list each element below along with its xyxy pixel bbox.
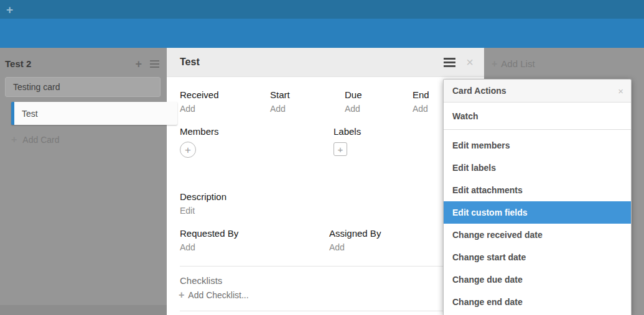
add-card-label: Add Card <box>22 135 59 145</box>
end-field: End Add <box>413 89 429 114</box>
card-title: Testing card <box>13 82 60 92</box>
requested-by-label: Requested By <box>180 228 329 239</box>
card-detail-panel: Test × Received Add Start Add Due Add En… <box>167 48 484 315</box>
list-add-card-icon[interactable]: + <box>135 58 142 70</box>
plus-icon: + <box>6 3 13 16</box>
due-field: Due Add <box>345 89 413 114</box>
card-actions-menu-list: Edit members Edit labels Edit attachment… <box>444 130 631 313</box>
card-detail-menu-icon[interactable] <box>444 56 455 69</box>
card-actions-popup: Card Actions × Watch Edit members Edit l… <box>443 79 632 315</box>
menu-item-watch[interactable]: Watch <box>444 103 631 130</box>
members-field: Members + <box>180 126 334 158</box>
assigned-by-add-link[interactable]: Add <box>329 242 345 252</box>
menu-item-edit-attachments[interactable]: Edit attachments <box>444 179 631 201</box>
app-screen: + + Add List Test 2 + Testing card Test … <box>0 0 644 315</box>
plus-icon: + <box>492 59 497 69</box>
labels-label: Labels <box>334 126 361 137</box>
add-member-button[interactable]: + <box>180 142 196 158</box>
card-detail-header: Test × <box>167 48 484 77</box>
add-card-button[interactable]: + Add Card <box>11 135 167 145</box>
assigned-by-field: Assigned By Add <box>329 228 381 252</box>
description-field: Description Edit <box>180 191 226 216</box>
requested-by-add-link[interactable]: Add <box>180 242 195 252</box>
menu-item-edit-custom-fields[interactable]: Edit custom fields <box>444 201 631 224</box>
plus-icon: + <box>338 145 343 154</box>
list-menu-icon[interactable] <box>150 58 159 70</box>
start-field: Start Add <box>270 89 345 114</box>
members-labels-row: Members + Labels + <box>180 126 361 158</box>
card-detail-close-icon[interactable]: × <box>466 56 474 68</box>
list-header: Test 2 + <box>0 48 167 77</box>
popup-close-icon[interactable]: × <box>618 86 623 96</box>
requested-assigned-row: Requested By Add Assigned By Add <box>180 228 381 252</box>
members-label: Members <box>180 126 334 137</box>
received-field: Received Add <box>180 89 270 114</box>
received-add-link[interactable]: Add <box>180 104 195 114</box>
end-add-link[interactable]: Add <box>413 104 428 114</box>
add-checklist-label: Add Checklist... <box>188 290 248 300</box>
menu-item-edit-labels[interactable]: Edit labels <box>444 157 631 179</box>
due-label: Due <box>345 89 413 100</box>
add-list-label: Add List <box>501 58 534 69</box>
menu-item-change-end-date[interactable]: Change end date <box>444 291 631 313</box>
start-label: Start <box>270 89 345 100</box>
divider <box>180 266 471 267</box>
add-board-button[interactable]: + <box>6 4 13 16</box>
add-list-button[interactable]: + Add List <box>492 58 535 69</box>
start-add-link[interactable]: Add <box>270 104 286 114</box>
board-header-bar <box>0 19 644 48</box>
checklists-title: Checklists <box>180 275 222 286</box>
menu-item-change-due-date[interactable]: Change due date <box>444 268 631 291</box>
card-item-selected[interactable]: Test <box>11 102 177 125</box>
menu-item-change-start-date[interactable]: Change start date <box>444 246 631 268</box>
date-fields-row: Received Add Start Add Due Add End Add <box>180 89 429 114</box>
menu-item-change-received-date[interactable]: Change received date <box>444 224 631 246</box>
card-title: Test <box>22 109 38 119</box>
menu-item-edit-members[interactable]: Edit members <box>444 134 631 157</box>
received-label: Received <box>180 89 270 100</box>
plus-icon: + <box>185 145 191 155</box>
list-column: Test 2 + Testing card Test + Add Card <box>0 48 167 315</box>
labels-field: Labels + <box>334 126 361 158</box>
end-label: End <box>413 89 429 100</box>
list-title: Test 2 <box>5 58 135 69</box>
description-edit-link[interactable]: Edit <box>180 206 195 216</box>
plus-icon: + <box>11 135 17 145</box>
card-actions-title: Card Actions <box>452 86 618 96</box>
plus-icon: + <box>179 290 184 300</box>
add-label-button[interactable]: + <box>334 142 347 156</box>
card-item[interactable]: Testing card <box>5 77 161 97</box>
requested-by-field: Requested By Add <box>180 228 329 252</box>
divider <box>180 311 471 311</box>
card-detail-title: Test <box>180 57 444 68</box>
assigned-by-label: Assigned By <box>329 228 381 239</box>
card-actions-popup-header: Card Actions × <box>444 80 631 103</box>
due-add-link[interactable]: Add <box>345 104 360 114</box>
top-bar: + <box>0 0 644 19</box>
add-checklist-button[interactable]: + Add Checklist... <box>179 290 249 300</box>
description-label: Description <box>180 191 226 202</box>
